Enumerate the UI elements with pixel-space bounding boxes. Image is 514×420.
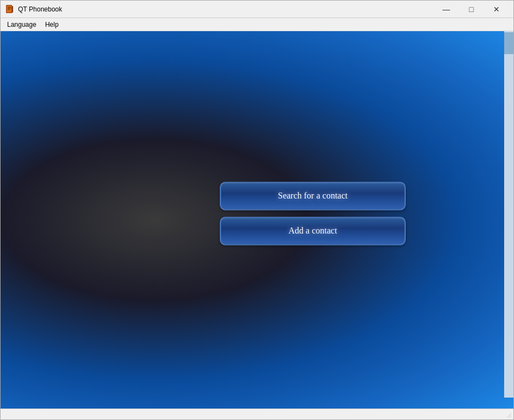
status-bar	[1, 409, 513, 419]
window: QT Phonebook — □ ✕ Language Help Search …	[0, 0, 514, 420]
window-title: QT Phonebook	[18, 5, 434, 13]
language-menu[interactable]: Language	[3, 20, 40, 30]
window-controls: — □ ✕	[434, 1, 509, 18]
maximize-button[interactable]: □	[459, 1, 484, 18]
svg-rect-1	[7, 5, 11, 13]
search-contact-button[interactable]: Search for a contact	[220, 182, 406, 210]
title-bar: QT Phonebook — □ ✕	[1, 1, 513, 18]
menu-bar: Language Help	[1, 18, 513, 31]
add-contact-button[interactable]: Add a contact	[220, 217, 406, 245]
scrollbar-thumb[interactable]	[504, 32, 513, 54]
svg-line-6	[507, 413, 511, 418]
buttons-container: Search for a contact Add a contact	[220, 182, 406, 245]
resize-grip-icon	[505, 411, 511, 418]
minimize-button[interactable]: —	[434, 1, 459, 18]
scrollbar[interactable]	[504, 31, 513, 398]
svg-rect-5	[12, 6, 13, 13]
svg-line-7	[509, 416, 511, 418]
app-icon	[5, 4, 15, 14]
close-button[interactable]: ✕	[484, 1, 509, 18]
help-menu[interactable]: Help	[40, 20, 63, 30]
main-content: Search for a contact Add a contact	[1, 31, 513, 409]
